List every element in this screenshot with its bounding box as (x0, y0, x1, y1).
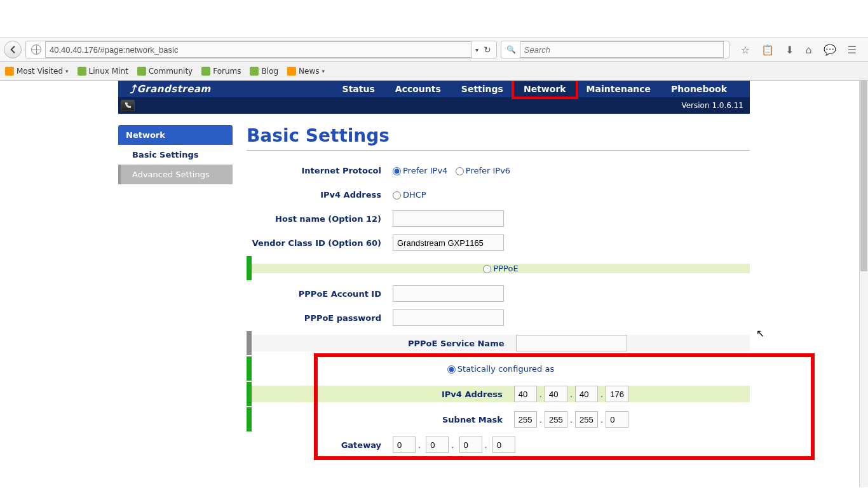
menu-network-wrap: Network (513, 81, 576, 97)
scrollbar-thumb[interactable] (860, 81, 867, 271)
url-bar[interactable]: ▾ ↻ (25, 41, 497, 58)
row-vendor-class: Vendor Class ID (Option 60) (247, 231, 750, 255)
label-pppoe-password: PPPoE password (247, 313, 393, 323)
banner-pppoe-service: PPPoE Service Name (247, 331, 750, 355)
menu-status[interactable]: Status (332, 81, 385, 97)
bookmark-community[interactable]: Community (137, 67, 193, 76)
menu-accounts[interactable]: Accounts (385, 81, 451, 97)
app-sub-bar: Version 1.0.6.11 (118, 97, 750, 114)
browser-chrome: ▾ ↻ 🔍 ☆ 📋 ⬇ ⌂ 💬 ☰ Most Visited▾ Linux Mi… (0, 0, 868, 81)
mint-icon (137, 67, 146, 76)
bookmark-forums[interactable]: Forums (201, 67, 241, 76)
stripe-grey-icon (247, 331, 252, 355)
banner-pppoe-fill: PPPoE (252, 264, 750, 273)
input-vendor-class[interactable] (393, 234, 504, 251)
chevron-down-icon: ▾ (65, 68, 69, 74)
history-dropdown-icon[interactable]: ▾ (475, 46, 478, 53)
label-host-name: Host name (Option 12) (247, 214, 393, 224)
app-page: ⤴Grandstream Status Accounts Settings Ne… (118, 81, 750, 457)
search-input[interactable] (520, 41, 724, 58)
mint-icon (78, 67, 86, 76)
sidebar-item-basic-settings[interactable]: Basic Settings (118, 145, 233, 165)
bookmark-news[interactable]: News▾ (287, 67, 325, 76)
stripe-green-icon (247, 256, 252, 280)
radio-dhcp[interactable] (393, 191, 401, 200)
vertical-scrollbar[interactable] (859, 81, 868, 487)
main-content: Basic Settings Internet Protocol Prefer … (247, 125, 750, 457)
input-pppoe-password[interactable] (393, 309, 504, 326)
stripe-green-icon (247, 407, 252, 431)
home-icon[interactable]: ⌂ (806, 44, 812, 56)
back-button[interactable] (4, 41, 22, 58)
row-pppoe-password: PPPoE password (247, 306, 750, 330)
label-ipv4-address: IPv4 Address (247, 190, 393, 200)
input-gateway-octet-4[interactable] (492, 437, 515, 453)
globe-icon (31, 44, 41, 55)
version-label: Version 1.0.6.11 (681, 101, 743, 110)
radio-prefer-ipv6[interactable] (456, 167, 464, 175)
search-bar[interactable]: 🔍 (501, 41, 729, 58)
label-pppoe-service: PPPoE Service Name (375, 339, 516, 348)
row-static-ipv4-fill: IPv4 Address . . . (252, 386, 750, 402)
radio-pppoe[interactable] (483, 265, 491, 273)
bookmark-star-icon[interactable]: ☆ (741, 44, 750, 56)
radio-prefer-ipv4-wrap[interactable]: Prefer IPv4 (393, 166, 447, 175)
bookmark-bar: Most Visited▾ Linux Mint Community Forum… (0, 62, 868, 81)
input-ipv4-octet-4[interactable] (606, 386, 628, 402)
row-subnet-mask-fill: Subnet Mask . . . (252, 411, 750, 428)
input-gateway-octet-2[interactable] (426, 437, 449, 453)
label-vendor-class: Vendor Class ID (Option 60) (247, 238, 393, 248)
sidebar-heading: Network (118, 125, 233, 145)
chevron-down-icon: ▾ (322, 68, 325, 74)
input-subnet-octet-2[interactable] (545, 411, 567, 428)
radio-static[interactable] (447, 365, 456, 374)
library-icon[interactable]: 📋 (761, 44, 774, 56)
page-viewport: ↖ ⤴Grandstream Status Accounts Settings … (0, 81, 868, 487)
menu-phonebook[interactable]: Phonebook (661, 81, 737, 97)
sidebar-item-advanced-settings[interactable]: Advanced Settings (118, 165, 233, 184)
row-static-ipv4: IPv4 Address . . . (247, 382, 750, 406)
menu-network[interactable]: Network (513, 81, 576, 97)
bookmark-blog[interactable]: Blog (250, 67, 278, 76)
menu-maintenance[interactable]: Maintenance (576, 81, 661, 97)
input-ipv4-octet-2[interactable] (545, 386, 567, 402)
mouse-cursor-icon: ↖ (756, 327, 764, 339)
main-menu: Status Accounts Settings Network Mainten… (332, 81, 750, 97)
hamburger-menu-icon[interactable]: ☰ (848, 44, 857, 56)
banner-pppoe-service-fill: PPPoE Service Name (252, 335, 750, 351)
input-subnet-octet-1[interactable] (514, 411, 537, 428)
input-ipv4-octet-1[interactable] (514, 386, 537, 402)
radio-static-wrap[interactable]: Statically configured as (447, 364, 554, 374)
reload-button[interactable]: ↻ (484, 44, 491, 55)
bookmark-most-visited[interactable]: Most Visited▾ (5, 67, 69, 76)
bookmark-linux-mint[interactable]: Linux Mint (78, 67, 128, 76)
mint-icon (250, 67, 259, 76)
input-host-name[interactable] (393, 210, 504, 227)
url-input[interactable] (45, 41, 471, 58)
radio-dhcp-wrap[interactable]: DHCP (393, 190, 426, 200)
stripe-green-icon (247, 356, 252, 381)
radio-prefer-ipv6-wrap[interactable]: Prefer IPv6 (456, 166, 510, 175)
app-body: Network Basic Settings Advanced Settings… (118, 125, 750, 457)
input-gateway-octet-3[interactable] (459, 437, 482, 453)
input-subnet-octet-4[interactable] (606, 411, 628, 428)
rss-icon (287, 67, 296, 76)
banner-pppoe: PPPoE (247, 256, 750, 280)
radio-pppoe-wrap[interactable]: PPPoE (483, 264, 518, 273)
label-subnet-mask: Subnet Mask (373, 415, 514, 424)
chat-icon[interactable]: 💬 (824, 44, 836, 56)
radio-prefer-ipv4[interactable] (393, 167, 401, 175)
search-icon: 🔍 (506, 45, 516, 54)
menu-settings[interactable]: Settings (451, 81, 513, 97)
phone-status-icon[interactable] (121, 100, 135, 111)
row-host-name: Host name (Option 12) (247, 207, 750, 231)
input-gateway-octet-1[interactable] (393, 437, 416, 453)
toolbar-icons: ☆ 📋 ⬇ ⌂ 💬 ☰ (733, 44, 864, 56)
downloads-icon[interactable]: ⬇ (785, 44, 794, 56)
input-ipv4-octet-3[interactable] (575, 386, 598, 402)
row-gateway: Gateway . . . (247, 433, 750, 457)
row-pppoe-account: PPPoE Account ID (247, 281, 750, 306)
input-pppoe-account[interactable] (393, 285, 504, 302)
input-pppoe-service[interactable] (516, 335, 627, 351)
input-subnet-octet-3[interactable] (575, 411, 598, 428)
